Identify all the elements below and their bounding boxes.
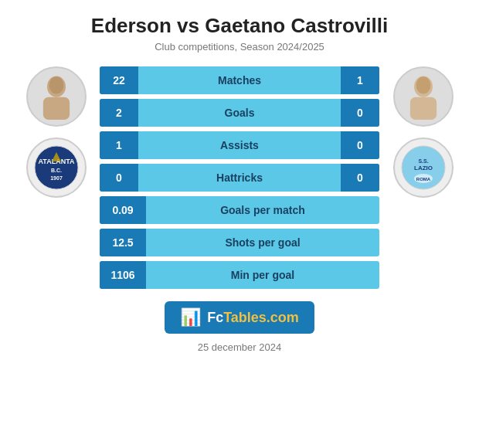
stat-left-assists: 1 [100,131,138,159]
stat-label-assists: Assists [138,139,341,151]
fctables-logo[interactable]: 📊 FcTables.com [165,301,314,334]
stat-label-matches: Matches [138,74,341,87]
svg-text:B.C.: B.C. [51,168,62,173]
stat-label-min-per-goal: Min per goal [146,269,379,281]
svg-text:S.S.: S.S. [418,158,428,164]
bottom-area: 📊 FcTables.com 25 december 2024 [15,292,464,353]
club1-logo: ATALANTA B.C. 1907 [26,137,87,198]
page-subtitle: Club competitions, Season 2024/2025 [155,41,324,53]
svg-rect-1 [42,97,69,120]
right-section: S.S. LAZIO ROMA [382,66,464,198]
stat-right-goals: 0 [341,99,379,127]
stat-row-min-per-goal: 1106 Min per goal [100,261,379,289]
logo-text: FcTables.com [207,310,299,326]
svg-point-2 [49,76,63,93]
stat-left-hattricks: 0 [100,164,138,192]
stat-label-goals: Goals [138,107,341,119]
stat-left-matches: 22 [100,66,138,94]
left-section: ATALANTA B.C. 1907 [15,66,97,198]
stat-label-hattricks: Hattricks [138,171,341,184]
stat-label-goals-per-match: Goals per match [146,204,379,216]
chart-icon: 📊 [180,307,201,328]
player1-avatar [26,66,87,127]
svg-text:LAZIO: LAZIO [414,165,433,171]
stat-row-matches: 22 Matches 1 [100,66,379,94]
page-wrapper: Ederson vs Gaetano Castrovilli Club comp… [0,0,479,448]
stat-row-hattricks: 0 Hattricks 0 [100,164,379,192]
stat-right-hattricks: 0 [341,164,379,192]
stat-val-goals-per-match: 0.09 [100,196,146,224]
stat-row-assists: 1 Assists 0 [100,131,379,159]
stat-right-assists: 0 [341,131,379,159]
stat-row-goals-per-match: 0.09 Goals per match [100,196,379,224]
stats-section: 22 Matches 1 2 Goals 0 1 Assists 0 0 Hat… [97,66,382,289]
stat-left-goals: 2 [100,99,138,127]
stat-val-shots-per-goal: 12.5 [100,229,146,256]
main-content: ATALANTA B.C. 1907 22 Matches 1 2 Goals … [15,66,464,289]
club2-logo: S.S. LAZIO ROMA [393,137,454,198]
svg-point-10 [416,76,430,93]
stat-val-min-per-goal: 1106 [100,261,146,289]
svg-text:ROMA: ROMA [416,177,430,182]
page-title: Ederson vs Gaetano Castrovilli [91,14,388,38]
stat-label-shots-per-goal: Shots per goal [146,236,379,249]
stat-row-goals: 2 Goals 0 [100,99,379,127]
stat-row-shots-per-goal: 12.5 Shots per goal [100,229,379,256]
player2-avatar [393,66,454,127]
stat-right-matches: 1 [341,66,379,94]
svg-text:1907: 1907 [50,175,63,181]
date-text: 25 december 2024 [198,341,281,353]
svg-rect-9 [409,97,436,120]
